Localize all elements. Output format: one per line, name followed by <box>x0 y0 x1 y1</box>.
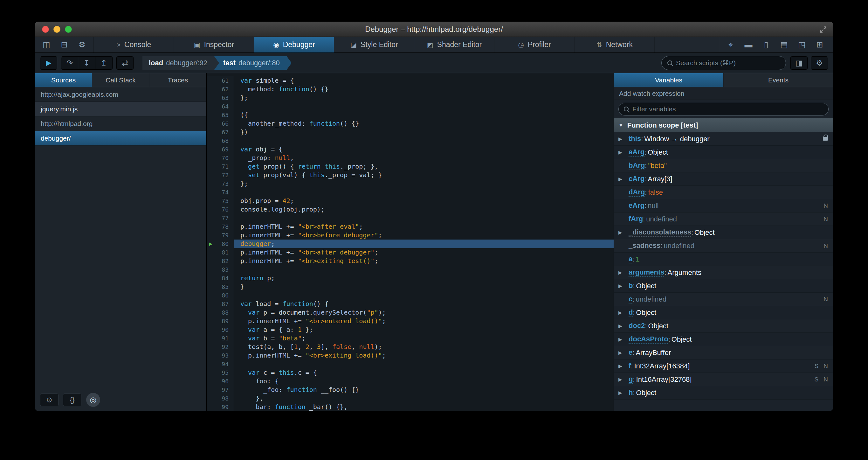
gutter-line-73[interactable]: 73 <box>207 179 234 188</box>
gutter-line-69[interactable]: 69 <box>207 145 234 154</box>
gutter-line-63[interactable]: 63 <box>207 93 234 102</box>
close-window-button[interactable] <box>42 26 49 33</box>
variable-row-g[interactable]: ▶g: Int16Array[32768]SN <box>614 373 833 386</box>
gutter-line-91[interactable]: 91 <box>207 334 234 343</box>
gutter-line-72[interactable]: 72 <box>207 171 234 179</box>
gutter-line-98[interactable]: 98 <box>207 394 234 403</box>
app-manager-icon[interactable]: ⊞ <box>811 37 829 53</box>
gutter-line-64[interactable]: 64 <box>207 102 234 111</box>
debugger-options-gear-icon[interactable]: ⚙ <box>811 56 828 70</box>
gutter-line-77[interactable]: 77 <box>207 214 234 222</box>
gutter-line-85[interactable]: 85 <box>207 283 234 291</box>
gutter-line-75[interactable]: 75 <box>207 197 234 205</box>
variable-row-d[interactable]: ▶d: Object <box>614 306 833 319</box>
tilt-3d-icon[interactable]: ◳ <box>793 37 811 53</box>
gutter-line-79[interactable]: 79 <box>207 231 234 239</box>
gutter-line-81[interactable]: 81 <box>207 248 234 257</box>
gutter-line-71[interactable]: 71 <box>207 162 234 171</box>
gutter-line-96[interactable]: 96 <box>207 377 234 385</box>
pick-element-icon[interactable]: ⌖ <box>722 37 740 53</box>
gutter-line-99[interactable]: 99 <box>207 403 234 411</box>
source-item[interactable]: jquery.min.js <box>35 102 206 116</box>
gutter-line-83[interactable]: 83 <box>207 265 234 274</box>
gutter-line-78[interactable]: 78 <box>207 222 234 231</box>
trace-button[interactable]: ⇄ <box>116 56 133 70</box>
dock-bottom-icon[interactable]: ⊟ <box>55 37 73 53</box>
filter-variables-input[interactable] <box>632 105 823 113</box>
step-over-button[interactable]: ↷ <box>61 56 78 70</box>
variable-row-fArg[interactable]: fArg: undefinedN <box>614 212 833 226</box>
variable-row-bArg[interactable]: bArg: "beta" <box>614 159 833 172</box>
variable-row-a[interactable]: a: 1 <box>614 253 833 266</box>
variables-tab-variables[interactable]: Variables <box>614 73 724 87</box>
breadcrumb-frame[interactable]: loaddebugger/:92 <box>143 56 214 70</box>
source-item[interactable]: debugger/ <box>35 131 206 146</box>
add-watch-expression[interactable]: Add watch expression <box>614 87 833 100</box>
source-item[interactable]: http://htmlpad.org <box>35 116 206 131</box>
pretty-print-button[interactable]: {} <box>63 394 82 406</box>
search-scripts-input[interactable] <box>676 59 780 67</box>
source-item[interactable]: http://ajax.googleapis.com <box>35 87 206 102</box>
variables-tab-events[interactable]: Events <box>724 73 833 87</box>
panel-toggle-icon[interactable]: ◨ <box>790 56 808 70</box>
gutter-line-93[interactable]: 93 <box>207 351 234 360</box>
gutter-line-68[interactable]: 68 <box>207 137 234 145</box>
tab-shader-editor[interactable]: ◩Shader Editor <box>414 37 494 53</box>
gutter-line-97[interactable]: 97 <box>207 385 234 394</box>
gutter-line-88[interactable]: 88 <box>207 308 234 317</box>
breadcrumb-frame[interactable]: testdebugger/:80 <box>214 56 287 70</box>
scratchpad-icon[interactable]: ▤ <box>775 37 793 53</box>
gutter-line-92[interactable]: 92 <box>207 343 234 351</box>
toggle-breakpoints-button[interactable]: ◎ <box>86 393 100 407</box>
variable-row-aArg[interactable]: ▶aArg: Object <box>614 146 833 159</box>
gutter-line-67[interactable]: 67 <box>207 128 234 137</box>
variable-row-e[interactable]: ▶e: ArrayBuffer <box>614 346 833 360</box>
variable-row-_disconsolateness[interactable]: ▶_disconsolateness: Object <box>614 226 833 239</box>
blackbox-eye-button[interactable]: ⊙ <box>40 394 59 406</box>
gutter-line-89[interactable]: 89 <box>207 317 234 325</box>
step-in-button[interactable]: ↧ <box>78 56 95 70</box>
sources-tab-sources[interactable]: Sources <box>35 73 92 87</box>
gutter-line-90[interactable]: 90 <box>207 325 234 334</box>
tab-debugger[interactable]: ◉Debugger <box>254 37 334 53</box>
zoom-window-button[interactable] <box>65 26 72 33</box>
gutter-line-82[interactable]: 82 <box>207 257 234 265</box>
tab-inspector[interactable]: ▣Inspector <box>174 37 254 53</box>
variable-row-dArg[interactable]: dArg: false <box>614 186 833 199</box>
sources-tab-call-stack[interactable]: Call Stack <box>92 73 149 87</box>
resume-button[interactable]: ▶ <box>40 56 57 70</box>
gutter-line-70[interactable]: 70 <box>207 154 234 162</box>
variable-row-eArg[interactable]: eArg: nullN <box>614 199 833 212</box>
gutter-line-76[interactable]: 76 <box>207 205 234 214</box>
variable-row-arguments[interactable]: ▶arguments: Arguments <box>614 266 833 279</box>
variable-row-doc2[interactable]: ▶doc2: Object <box>614 319 833 333</box>
gutter-line-74[interactable]: 74 <box>207 188 234 197</box>
variable-row-c[interactable]: c: undefinedN <box>614 293 833 306</box>
gutter-line-62[interactable]: 62 <box>207 85 234 93</box>
gutter-line-94[interactable]: 94 <box>207 360 234 368</box>
variable-row-_sadness[interactable]: _sadness: undefinedN <box>614 239 833 253</box>
gutter-line-84[interactable]: 84 <box>207 274 234 283</box>
variable-row-this[interactable]: ▶this: Window → debugger <box>614 132 833 146</box>
tab-style-editor[interactable]: ◪Style Editor <box>334 37 414 53</box>
fullscreen-resize-icon[interactable] <box>819 25 827 34</box>
variable-row-h[interactable]: ▶h: Object <box>614 386 833 400</box>
gutter-line-65[interactable]: 65 <box>207 111 234 119</box>
variable-row-cArg[interactable]: ▶cArg: Array[3] <box>614 172 833 186</box>
gutter-line-87[interactable]: 87 <box>207 300 234 308</box>
gutter-line-61[interactable]: 61 <box>207 76 234 85</box>
variable-row-b[interactable]: ▶b: Object <box>614 279 833 293</box>
gutter-line-66[interactable]: 66 <box>207 119 234 128</box>
dock-side-icon[interactable]: ◫ <box>37 37 55 53</box>
tab-profiler[interactable]: ◷Profiler <box>494 37 575 53</box>
split-console-icon[interactable]: ▬ <box>740 37 757 53</box>
responsive-mode-icon[interactable]: ▯ <box>757 37 775 53</box>
tab-network[interactable]: ⇅Network <box>575 37 655 53</box>
gutter-line-86[interactable]: 86 <box>207 291 234 300</box>
variable-row-docAsProto[interactable]: ▶docAsProto: Object <box>614 333 833 346</box>
minimize-window-button[interactable] <box>54 26 60 33</box>
variable-row-f[interactable]: ▶f: Int32Array[16384]SN <box>614 360 833 373</box>
scope-header[interactable]: ▼ Function scope [test] <box>614 118 833 132</box>
tab-console[interactable]: >Console <box>94 37 174 53</box>
gutter-line-80[interactable]: ▶80 <box>207 239 234 248</box>
